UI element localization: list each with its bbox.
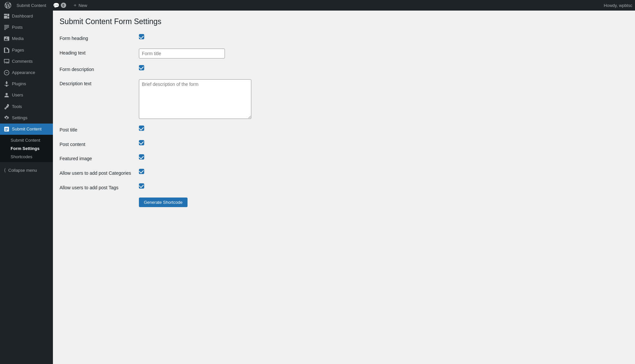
form-description-checkbox[interactable] — [139, 65, 144, 70]
site-name-text: Submit Content — [17, 3, 46, 8]
sidebar-item-posts-label: Posts — [12, 24, 23, 30]
sidebar-item-appearance[interactable]: Appearance — [0, 67, 53, 78]
post-content-row: Post content — [60, 140, 628, 148]
howdy-text: Howdy, wpbtsc — [604, 3, 632, 8]
page-title: Submit Content Form Settings — [60, 17, 628, 26]
comments-icon — [4, 59, 9, 64]
post-content-control — [139, 140, 144, 145]
sidebar-item-users[interactable]: Users — [0, 90, 53, 101]
sidebar-item-submit-content-label: Submit Content — [12, 126, 42, 132]
post-title-checkbox[interactable] — [139, 126, 144, 131]
description-text-textarea[interactable] — [139, 79, 251, 119]
generate-shortcode-row: Generate Shortcode — [60, 198, 628, 207]
sidebar-item-posts[interactable]: Posts — [0, 22, 53, 33]
submenu-item-shortcodes-label: Shortcodes — [11, 154, 32, 159]
heading-text-input[interactable] — [139, 49, 225, 58]
sidebar-item-media-label: Media — [12, 36, 23, 42]
sidebar-item-settings-label: Settings — [12, 115, 27, 121]
tags-checkbox[interactable] — [139, 183, 144, 189]
post-title-row: Post title — [60, 126, 628, 133]
sidebar: Dashboard Posts Media Pages — [0, 11, 53, 364]
pages-icon — [4, 48, 9, 53]
description-text-row: Description text — [60, 79, 628, 119]
form-heading-row: Form heading — [60, 34, 628, 42]
comments-link[interactable]: 💬 0 — [50, 0, 69, 11]
categories-control — [139, 169, 144, 174]
comments-count-badge: 0 — [61, 3, 66, 8]
site-name-link[interactable]: Submit Content — [13, 0, 50, 11]
featured-image-row: Featured image — [60, 154, 628, 162]
submenu-item-form-settings-label: Form Settings — [11, 146, 39, 151]
sidebar-item-tools-label: Tools — [12, 104, 22, 110]
sidebar-item-settings[interactable]: Settings — [0, 112, 53, 124]
settings-icon — [4, 115, 9, 121]
sidebar-item-comments-label: Comments — [12, 58, 33, 64]
post-content-checkbox[interactable] — [139, 140, 144, 145]
users-icon — [4, 92, 9, 98]
submenu-item-submit-content-label: Submit Content — [11, 138, 40, 143]
sidebar-item-dashboard[interactable]: Dashboard — [0, 11, 53, 22]
submenu-item-shortcodes[interactable]: Shortcodes — [0, 153, 53, 161]
generate-shortcode-spacer — [60, 198, 132, 199]
sidebar-item-pages[interactable]: Pages — [0, 45, 53, 56]
new-content-link[interactable]: ＋ New — [69, 0, 91, 11]
wp-logo-icon[interactable] — [3, 0, 13, 11]
tags-row: Allow users to add post Tags — [60, 183, 628, 191]
categories-label: Allow users to add post Categories — [60, 169, 132, 177]
heading-text-row: Heading text — [60, 49, 628, 58]
sidebar-item-comments[interactable]: Comments — [0, 56, 53, 67]
heading-text-label: Heading text — [60, 49, 132, 56]
post-content-label: Post content — [60, 140, 132, 148]
form-description-label: Form description — [60, 65, 132, 73]
post-title-label: Post title — [60, 126, 132, 133]
new-label: New — [79, 3, 87, 8]
tags-label: Allow users to add post Tags — [60, 183, 132, 191]
form-description-control — [139, 65, 144, 70]
comment-bubble-icon: 💬 — [53, 2, 60, 9]
main-content: Submit Content Form Settings Form headin… — [53, 11, 635, 364]
featured-image-label: Featured image — [60, 154, 132, 162]
generate-shortcode-control: Generate Shortcode — [139, 198, 188, 207]
featured-image-control — [139, 154, 144, 160]
form-heading-control — [139, 34, 144, 39]
featured-image-checkbox[interactable] — [139, 154, 144, 160]
topbar: Submit Content 💬 0 ＋ New Howdy, wpbtsc — [0, 0, 635, 11]
sidebar-submenu: Submit Content Form Settings Shortcodes — [0, 135, 53, 162]
categories-row: Allow users to add post Categories — [60, 169, 628, 177]
sidebar-item-submit-content[interactable]: Submit Content — [0, 124, 53, 135]
generate-shortcode-button[interactable]: Generate Shortcode — [139, 198, 188, 207]
appearance-icon — [4, 70, 9, 75]
heading-text-control — [139, 49, 225, 58]
submenu-item-form-settings[interactable]: Form Settings — [0, 144, 53, 153]
sidebar-item-users-label: Users — [12, 92, 23, 98]
media-icon — [4, 36, 9, 41]
sidebar-menu: Dashboard Posts Media Pages — [0, 11, 53, 135]
submit-content-icon — [4, 127, 9, 132]
plus-icon: ＋ — [73, 2, 77, 8]
categories-checkbox[interactable] — [139, 169, 144, 174]
sidebar-item-media[interactable]: Media — [0, 33, 53, 44]
sidebar-item-plugins[interactable]: Plugins — [0, 78, 53, 90]
dashboard-icon — [4, 14, 9, 19]
sidebar-item-tools[interactable]: Tools — [0, 101, 53, 112]
post-title-control — [139, 126, 144, 131]
description-text-control — [139, 79, 251, 119]
posts-icon — [4, 25, 9, 30]
form-heading-label: Form heading — [60, 34, 132, 42]
collapse-menu-button[interactable]: ⟨ Collapse menu — [0, 165, 53, 175]
sidebar-item-appearance-label: Appearance — [12, 70, 35, 76]
collapse-icon: ⟨ — [4, 167, 6, 173]
collapse-menu-label: Collapse menu — [8, 168, 37, 173]
tools-icon — [4, 104, 9, 109]
plugins-icon — [4, 81, 9, 87]
submenu-item-submit-content[interactable]: Submit Content — [0, 136, 53, 144]
form-description-row: Form description — [60, 65, 628, 73]
description-text-label: Description text — [60, 79, 132, 87]
sidebar-item-dashboard-label: Dashboard — [12, 13, 33, 19]
form-heading-checkbox[interactable] — [139, 34, 144, 39]
sidebar-item-pages-label: Pages — [12, 47, 24, 53]
tags-control — [139, 183, 144, 189]
sidebar-item-plugins-label: Plugins — [12, 81, 26, 87]
